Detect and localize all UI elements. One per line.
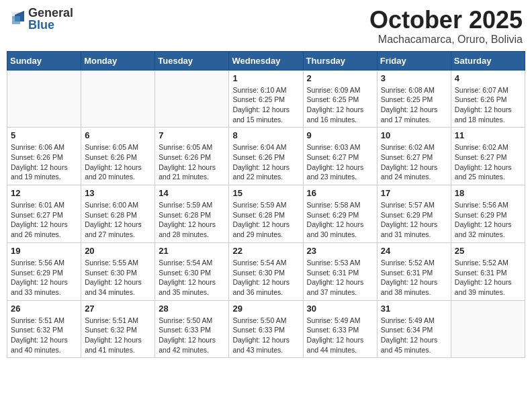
- title-block: October 2025 Machacamarca, Oruro, Bolivi…: [369, 7, 523, 46]
- day-info: Sunrise: 5:49 AMSunset: 6:33 PMDaylight:…: [307, 316, 373, 355]
- day-number: 6: [85, 130, 151, 140]
- day-number: 9: [307, 130, 373, 140]
- day-info: Sunrise: 5:51 AMSunset: 6:32 PMDaylight:…: [85, 316, 151, 355]
- calendar-header-monday: Monday: [81, 51, 155, 70]
- day-info: Sunrise: 5:53 AMSunset: 6:31 PMDaylight:…: [307, 258, 373, 298]
- calendar-header-thursday: Thursday: [303, 51, 377, 70]
- day-number: 13: [85, 188, 151, 198]
- day-number: 18: [455, 188, 521, 198]
- month-title: October 2025: [369, 7, 523, 34]
- day-number: 23: [307, 246, 373, 256]
- svg-marker-2: [12, 16, 20, 24]
- day-info: Sunrise: 6:10 AMSunset: 6:25 PMDaylight:…: [232, 85, 299, 125]
- calendar-cell: 9Sunrise: 6:03 AMSunset: 6:27 PMDaylight…: [303, 128, 377, 185]
- day-info: Sunrise: 5:51 AMSunset: 6:32 PMDaylight:…: [11, 316, 77, 355]
- day-info: Sunrise: 5:58 AMSunset: 6:29 PMDaylight:…: [307, 200, 373, 240]
- logo: General Blue: [9, 7, 73, 31]
- calendar-cell: 6Sunrise: 6:05 AMSunset: 6:26 PMDaylight…: [81, 128, 155, 185]
- day-number: 11: [455, 130, 521, 140]
- calendar-cell: 23Sunrise: 5:53 AMSunset: 6:31 PMDayligh…: [303, 242, 377, 300]
- calendar-cell: [81, 70, 155, 128]
- location: Machacamarca, Oruro, Bolivia: [369, 34, 523, 46]
- calendar-header-saturday: Saturday: [451, 51, 525, 70]
- day-info: Sunrise: 5:52 AMSunset: 6:31 PMDaylight:…: [381, 258, 447, 298]
- day-info: Sunrise: 6:06 AMSunset: 6:26 PMDaylight:…: [11, 142, 77, 182]
- day-number: 4: [455, 73, 521, 83]
- calendar-week-2: 5Sunrise: 6:06 AMSunset: 6:26 PMDaylight…: [7, 128, 525, 185]
- calendar-cell: [155, 70, 229, 128]
- day-info: Sunrise: 6:08 AMSunset: 6:25 PMDaylight:…: [381, 85, 447, 125]
- day-info: Sunrise: 6:05 AMSunset: 6:26 PMDaylight:…: [159, 142, 225, 182]
- calendar-cell: 4Sunrise: 6:07 AMSunset: 6:26 PMDaylight…: [451, 70, 525, 128]
- day-info: Sunrise: 6:07 AMSunset: 6:26 PMDaylight:…: [455, 85, 521, 125]
- day-info: Sunrise: 6:05 AMSunset: 6:26 PMDaylight:…: [85, 142, 151, 182]
- day-info: Sunrise: 6:09 AMSunset: 6:25 PMDaylight:…: [307, 85, 373, 125]
- day-info: Sunrise: 5:57 AMSunset: 6:29 PMDaylight:…: [381, 200, 447, 240]
- day-info: Sunrise: 5:56 AMSunset: 6:29 PMDaylight:…: [455, 200, 521, 240]
- day-number: 25: [455, 246, 521, 256]
- calendar-cell: 20Sunrise: 5:55 AMSunset: 6:30 PMDayligh…: [81, 242, 155, 300]
- calendar-cell: 16Sunrise: 5:58 AMSunset: 6:29 PMDayligh…: [303, 185, 377, 243]
- calendar-cell: 18Sunrise: 5:56 AMSunset: 6:29 PMDayligh…: [451, 185, 525, 243]
- day-info: Sunrise: 6:01 AMSunset: 6:27 PMDaylight:…: [11, 200, 77, 240]
- day-info: Sunrise: 5:50 AMSunset: 6:33 PMDaylight:…: [232, 316, 299, 355]
- calendar-cell: 30Sunrise: 5:49 AMSunset: 6:33 PMDayligh…: [303, 300, 377, 358]
- day-number: 31: [381, 304, 447, 314]
- day-number: 2: [307, 73, 373, 83]
- day-number: 7: [159, 130, 225, 140]
- day-number: 21: [159, 246, 225, 256]
- calendar-cell: 19Sunrise: 5:56 AMSunset: 6:29 PMDayligh…: [7, 242, 81, 300]
- calendar-cell: 29Sunrise: 5:50 AMSunset: 6:33 PMDayligh…: [229, 300, 303, 358]
- calendar-cell: 10Sunrise: 6:02 AMSunset: 6:27 PMDayligh…: [377, 128, 451, 185]
- day-number: 22: [232, 246, 299, 256]
- day-number: 29: [232, 304, 299, 314]
- calendar-cell: 17Sunrise: 5:57 AMSunset: 6:29 PMDayligh…: [377, 185, 451, 243]
- calendar-cell: 11Sunrise: 6:02 AMSunset: 6:27 PMDayligh…: [451, 128, 525, 185]
- calendar-week-5: 26Sunrise: 5:51 AMSunset: 6:32 PMDayligh…: [7, 300, 525, 358]
- calendar-week-1: 1Sunrise: 6:10 AMSunset: 6:25 PMDaylight…: [7, 70, 525, 128]
- day-number: 12: [11, 188, 77, 198]
- day-number: 27: [85, 304, 151, 314]
- day-number: 24: [381, 246, 447, 256]
- logo-blue: Blue: [28, 19, 73, 31]
- calendar-cell: 24Sunrise: 5:52 AMSunset: 6:31 PMDayligh…: [377, 242, 451, 300]
- calendar-cell: 22Sunrise: 5:54 AMSunset: 6:30 PMDayligh…: [229, 242, 303, 300]
- day-info: Sunrise: 6:00 AMSunset: 6:28 PMDaylight:…: [85, 200, 151, 240]
- calendar-cell: 5Sunrise: 6:06 AMSunset: 6:26 PMDaylight…: [7, 128, 81, 185]
- day-number: 19: [11, 246, 77, 256]
- calendar-cell: 26Sunrise: 5:51 AMSunset: 6:32 PMDayligh…: [7, 300, 81, 358]
- day-info: Sunrise: 6:02 AMSunset: 6:27 PMDaylight:…: [455, 142, 521, 182]
- calendar-header-row: SundayMondayTuesdayWednesdayThursdayFrid…: [7, 51, 525, 70]
- day-number: 15: [232, 188, 299, 198]
- day-info: Sunrise: 5:59 AMSunset: 6:28 PMDaylight:…: [159, 200, 225, 240]
- calendar-week-3: 12Sunrise: 6:01 AMSunset: 6:27 PMDayligh…: [7, 185, 525, 243]
- calendar-cell: [451, 300, 525, 358]
- day-number: 3: [381, 73, 447, 83]
- day-info: Sunrise: 6:04 AMSunset: 6:26 PMDaylight:…: [232, 142, 299, 182]
- calendar-cell: [7, 70, 81, 128]
- logo-icon: [9, 9, 26, 28]
- day-info: Sunrise: 5:52 AMSunset: 6:31 PMDaylight:…: [455, 258, 521, 298]
- day-number: 26: [11, 304, 77, 314]
- day-number: 30: [307, 304, 373, 314]
- calendar-table: SundayMondayTuesdayWednesdayThursdayFrid…: [7, 51, 525, 359]
- day-info: Sunrise: 5:49 AMSunset: 6:34 PMDaylight:…: [381, 316, 447, 355]
- calendar-cell: 31Sunrise: 5:49 AMSunset: 6:34 PMDayligh…: [377, 300, 451, 358]
- calendar-cell: 2Sunrise: 6:09 AMSunset: 6:25 PMDaylight…: [303, 70, 377, 128]
- day-info: Sunrise: 5:56 AMSunset: 6:29 PMDaylight:…: [11, 258, 77, 298]
- logo-general: General: [28, 7, 73, 19]
- calendar-week-4: 19Sunrise: 5:56 AMSunset: 6:29 PMDayligh…: [7, 242, 525, 300]
- calendar-cell: 8Sunrise: 6:04 AMSunset: 6:26 PMDaylight…: [229, 128, 303, 185]
- day-number: 17: [381, 188, 447, 198]
- day-info: Sunrise: 5:59 AMSunset: 6:28 PMDaylight:…: [232, 200, 299, 240]
- day-info: Sunrise: 5:50 AMSunset: 6:33 PMDaylight:…: [159, 316, 225, 355]
- calendar-cell: 15Sunrise: 5:59 AMSunset: 6:28 PMDayligh…: [229, 185, 303, 243]
- calendar-cell: 13Sunrise: 6:00 AMSunset: 6:28 PMDayligh…: [81, 185, 155, 243]
- day-info: Sunrise: 5:54 AMSunset: 6:30 PMDaylight:…: [232, 258, 299, 298]
- calendar-cell: 27Sunrise: 5:51 AMSunset: 6:32 PMDayligh…: [81, 300, 155, 358]
- day-number: 1: [232, 73, 299, 83]
- day-number: 5: [11, 130, 77, 140]
- calendar-cell: 12Sunrise: 6:01 AMSunset: 6:27 PMDayligh…: [7, 185, 81, 243]
- day-info: Sunrise: 6:03 AMSunset: 6:27 PMDaylight:…: [307, 142, 373, 182]
- calendar-cell: 25Sunrise: 5:52 AMSunset: 6:31 PMDayligh…: [451, 242, 525, 300]
